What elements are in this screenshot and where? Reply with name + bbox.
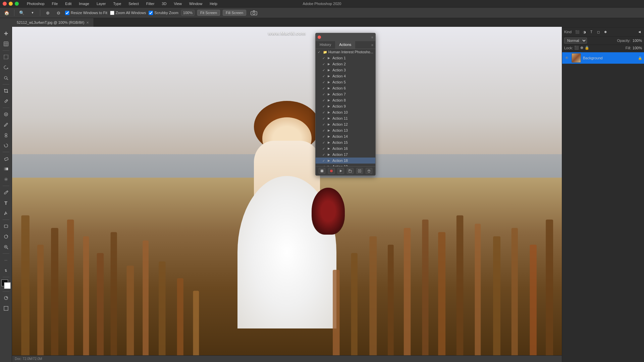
zoom-out-icon[interactable]: ⊖ <box>54 9 62 17</box>
tab-history[interactable]: History <box>316 41 335 49</box>
action-expand-18[interactable]: ▶ <box>328 159 331 162</box>
minimize-button[interactable] <box>9 2 13 6</box>
filter-adjust-icon[interactable]: ◑ <box>581 29 587 35</box>
fit-screen-button[interactable]: Fit Screen <box>197 10 220 16</box>
action-group-header[interactable]: ✓ 📁 Human Interest Photosho... <box>316 49 375 55</box>
action-expand-1[interactable]: ▶ <box>328 56 331 60</box>
action-expand-5[interactable]: ▶ <box>328 80 331 84</box>
action-item-10[interactable]: ✓ ▶ Action 10 <box>316 109 375 115</box>
action-item-11[interactable]: ✓ ▶ Action 11 <box>316 115 375 121</box>
action-expand-15[interactable]: ▶ <box>328 141 331 144</box>
action-expand-11[interactable]: ▶ <box>328 117 331 120</box>
healing-brush-tool[interactable] <box>1 110 11 119</box>
actions-panel-options[interactable]: ≡ <box>369 41 375 49</box>
zoom-all-checkbox[interactable]: Zoom All Windows <box>110 11 146 15</box>
3d-object-rotate-tool[interactable] <box>1 232 11 241</box>
zoom-in-icon[interactable]: ⊕ <box>44 9 52 17</box>
action-expand-9[interactable]: ▶ <box>328 105 331 108</box>
action-item-12[interactable]: ✓ ▶ Action 12 <box>316 121 375 127</box>
menu-type[interactable]: Type <box>112 2 122 6</box>
action-expand-8[interactable]: ▶ <box>328 99 331 102</box>
stop-button[interactable] <box>319 168 325 174</box>
filter-shape-icon[interactable]: ◻ <box>595 29 601 35</box>
menu-image[interactable]: Image <box>77 2 91 6</box>
action-item-5[interactable]: ✓ ▶ Action 5 <box>316 79 375 85</box>
pen-tool[interactable] <box>1 188 11 197</box>
action-expand-17[interactable]: ▶ <box>328 153 331 156</box>
quick-select-tool[interactable] <box>1 73 11 82</box>
menu-help[interactable]: Help <box>208 2 219 6</box>
filter-toggle[interactable]: ◀ <box>637 29 642 35</box>
menu-window[interactable]: Window <box>188 2 204 6</box>
layer-background[interactable]: 👁 Background 🔒 <box>562 52 644 64</box>
scrubby-zoom-checkbox[interactable]: Scrubby Zoom <box>149 11 178 15</box>
home-icon[interactable]: 🏠 <box>3 9 11 17</box>
action-item-9[interactable]: ✓ ▶ Action 9 <box>316 103 375 109</box>
rectangle-tool[interactable] <box>1 222 11 231</box>
record-button[interactable] <box>328 168 335 174</box>
action-expand-10[interactable]: ▶ <box>328 111 331 114</box>
history-brush-tool[interactable] <box>1 141 11 150</box>
filter-pixel-icon[interactable]: ⬛ <box>574 29 580 35</box>
search-icon[interactable]: 🔍 <box>18 9 26 17</box>
maximize-button[interactable] <box>15 2 19 6</box>
resize-windows-checkbox[interactable]: Resize Windows to Fit <box>65 11 107 15</box>
search-dropdown[interactable]: ▼ <box>29 9 37 17</box>
action-item-16[interactable]: ✓ ▶ Action 16 <box>316 145 375 152</box>
action-item-19[interactable]: ✓ ▶ Action 19 <box>316 164 375 166</box>
filter-type-icon[interactable]: T <box>588 29 594 35</box>
move-tool[interactable] <box>1 29 11 38</box>
action-item-14[interactable]: ✓ ▶ Action 14 <box>316 133 375 139</box>
action-expand-4[interactable]: ▶ <box>328 74 331 78</box>
document-tab[interactable]: 52112_wL3u4wnT.jpg @ 100% (RGB/8#) ✕ <box>12 18 94 27</box>
action-item-17[interactable]: ✓ ▶ Action 17 <box>316 152 375 158</box>
filter-smart-icon[interactable]: ✱ <box>602 29 608 35</box>
action-item-18[interactable]: ✓ ▶ Action 18 <box>316 158 375 164</box>
action-item-2[interactable]: ✓ ▶ Action 2 <box>316 61 375 67</box>
lock-position-icon[interactable]: ⊕ <box>580 46 583 50</box>
color-swatches[interactable] <box>1 280 11 289</box>
action-expand-2[interactable]: ▶ <box>328 62 331 66</box>
lasso-tool[interactable] <box>1 63 11 72</box>
tab-close-icon[interactable]: ✕ <box>86 21 89 24</box>
menu-edit[interactable]: Edit <box>64 2 73 6</box>
lock-pixel-icon[interactable]: ⬛ <box>574 46 579 50</box>
action-expand-12[interactable]: ▶ <box>328 123 331 126</box>
menu-view[interactable]: View <box>172 2 183 6</box>
eyedropper-tool[interactable] <box>1 97 11 106</box>
action-expand-19[interactable]: ▶ <box>328 165 331 166</box>
action-item-3[interactable]: ✓ ▶ Action 3 <box>316 67 375 73</box>
action-expand-7[interactable]: ▶ <box>328 93 331 96</box>
zoom-percent[interactable]: 100% <box>181 10 195 16</box>
fill-value[interactable]: 100% <box>633 46 642 50</box>
type-tool[interactable]: T <box>1 198 11 207</box>
menu-filter[interactable]: Filter <box>145 2 156 6</box>
artboard-tool[interactable] <box>1 39 11 49</box>
quick-mask-tool[interactable] <box>1 293 11 303</box>
action-item-15[interactable]: ✓ ▶ Action 15 <box>316 139 375 145</box>
marquee-tool[interactable] <box>1 52 11 62</box>
action-item-8[interactable]: ✓ ▶ Action 8 <box>316 97 375 103</box>
action-item-6[interactable]: ✓ ▶ Action 6 <box>316 85 375 91</box>
blend-mode-select[interactable]: Normal Multiply Screen Overlay <box>564 38 587 44</box>
play-button[interactable] <box>337 168 344 174</box>
actions-panel-close[interactable] <box>318 36 321 39</box>
brush-tool[interactable] <box>1 120 11 129</box>
menu-photoshop[interactable]: Photoshop <box>25 2 46 6</box>
action-expand-3[interactable]: ▶ <box>328 68 331 72</box>
menu-select[interactable]: Select <box>127 2 140 6</box>
extra-tools[interactable]: ··· <box>1 255 11 265</box>
delete-button[interactable] <box>366 168 372 174</box>
new-set-button[interactable] <box>347 168 354 174</box>
background-color[interactable] <box>4 282 11 289</box>
new-action-button[interactable] <box>356 168 363 174</box>
screen-mode-tool[interactable] <box>1 304 11 313</box>
zoom-tool[interactable] <box>1 242 11 252</box>
actions-panel-menu[interactable]: ≡ <box>371 36 373 39</box>
action-item-4[interactable]: ✓ ▶ Action 4 <box>316 73 375 79</box>
path-selection-tool[interactable] <box>1 208 11 218</box>
action-item-13[interactable]: ✓ ▶ Action 13 <box>316 127 375 133</box>
extra-tools-2[interactable]: ⇄ <box>1 266 11 275</box>
tab-actions[interactable]: Actions <box>335 41 355 49</box>
menu-3d[interactable]: 3D <box>160 2 168 6</box>
